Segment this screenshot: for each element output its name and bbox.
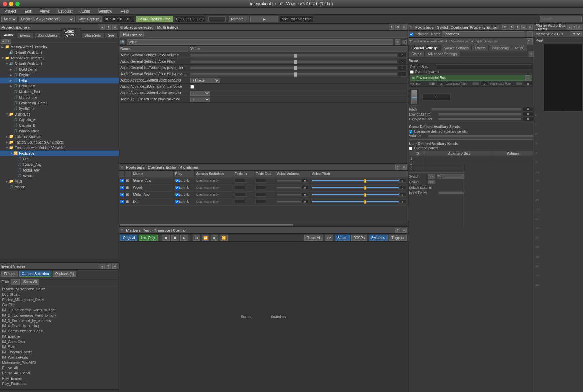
ev-apply-btn[interactable]: >> [11, 279, 20, 285]
ev-scrollbar[interactable] [0, 389, 119, 392]
row-dropdown[interactable]: -option1 [190, 97, 210, 102]
tree-item[interactable]: ▶ 🎵 Hello_Test [0, 83, 119, 89]
tab-see[interactable]: See [105, 33, 117, 38]
tc-arrow-btn[interactable]: >> [325, 234, 334, 241]
lp-slider[interactable] [472, 82, 479, 85]
event-item[interactable]: Play_Engine [1, 376, 118, 381]
tc-loop-btn[interactable]: 🔁 [202, 234, 209, 241]
platform-select[interactable]: Mac [1, 16, 17, 22]
ev-pin[interactable]: − [100, 264, 105, 269]
tab-add-btn[interactable]: + [528, 51, 534, 57]
ce-checkbox[interactable] [120, 186, 124, 189]
menu-views[interactable]: Views [38, 9, 51, 13]
ce-checkbox[interactable] [120, 179, 124, 182]
ce-help[interactable]: ? [395, 165, 400, 170]
menu-project[interactable]: Project [3, 9, 18, 13]
follow-capture-button[interactable]: Follow Capture Time [136, 16, 173, 22]
menu-audio[interactable]: Audio [79, 9, 91, 13]
hp-slider[interactable] [516, 82, 522, 85]
ce-checkbox[interactable] [120, 200, 124, 203]
tc-inc-only-btn[interactable]: Inc. Only [139, 234, 157, 241]
switch-btn[interactable]: >> [428, 174, 435, 179]
event-item[interactable]: IM_3_Surrounded_by_enemies [1, 318, 118, 323]
pe-m[interactable]: M [502, 25, 507, 30]
meter-pin[interactable]: − [567, 25, 572, 30]
ce-checkbox[interactable] [120, 193, 124, 196]
tree-item[interactable]: 🎵 Walkie-Talkie [0, 128, 119, 134]
lpf-slider[interactable] [438, 113, 521, 115]
tc-stop-btn[interactable]: ⏹ [162, 234, 170, 241]
event-item[interactable]: GunFire [1, 302, 118, 308]
row-checkbox[interactable] [190, 85, 194, 89]
ce-play-check[interactable] [175, 193, 179, 196]
tree-item[interactable]: ▼ 📁 Dialogues [0, 111, 119, 117]
tree-item[interactable]: 🎵 Captain_A [0, 117, 119, 122]
event-item[interactable]: IM_1_One_enemy_wants_to_fight [1, 308, 118, 313]
tc-states-btn[interactable]: States [335, 234, 349, 241]
tc-pause-btn[interactable]: ⏸ [171, 234, 179, 241]
user-aux-checkbox[interactable] [409, 147, 412, 150]
row-dropdown[interactable]: kill voiceplay from startcontinue [190, 78, 220, 83]
tree-item[interactable]: 🎵 Dirt [0, 156, 119, 162]
tab-soundbanks[interactable]: SoundBanks [34, 33, 61, 38]
tree-item[interactable]: 🎵 Captain_B [0, 122, 119, 128]
event-item[interactable]: Pause_All [1, 365, 118, 371]
meter-bus-select[interactable]: ▼ [571, 31, 582, 36]
project-explorer-pin[interactable]: − [100, 25, 105, 30]
ce-check[interactable] [119, 177, 125, 184]
close-button[interactable] [3, 2, 7, 6]
event-item[interactable]: IM_Communication_Begin [1, 329, 118, 334]
tab-effects[interactable]: Effects [472, 45, 488, 51]
env-bus-btn[interactable]: ... [525, 75, 530, 80]
ce-play-check[interactable] [175, 179, 179, 182]
tc-skip-btn[interactable]: ⏭ [211, 234, 218, 241]
tc-help[interactable]: ? [395, 228, 400, 233]
tab-states[interactable]: States [408, 51, 424, 57]
tab-game-syncs[interactable]: Game Syncs [61, 28, 81, 38]
event-item[interactable]: IM_4_Death_is_coming [1, 323, 118, 329]
override-parent-check[interactable] [410, 70, 414, 74]
row-dropdown[interactable]: -option1 [190, 91, 210, 96]
ce-play-check[interactable] [175, 200, 179, 203]
tc-rewind-btn[interactable]: ⏮ [193, 234, 200, 241]
tree-item[interactable]: 🔊 Default Work Unit [0, 50, 119, 55]
pe-desc-expand[interactable]: ▼ [527, 38, 533, 44]
tc-random-btn[interactable]: 🔀 [220, 234, 228, 241]
ce-check[interactable] [119, 198, 125, 205]
pe-expand-btn[interactable] [527, 31, 533, 37]
ce-play-check[interactable] [175, 186, 179, 189]
ev-current-sel-btn[interactable]: Current Selection [19, 271, 51, 277]
inclusion-checkbox[interactable] [410, 33, 413, 36]
scroll-up-btn[interactable]: ▲ [1, 39, 6, 44]
tree-item[interactable]: 🎵 Wood [0, 173, 119, 178]
ce-check[interactable] [119, 184, 125, 191]
expand-btn[interactable]: ⊞ [402, 40, 407, 44]
tree-item[interactable]: ▶ 🎵 Engine [0, 72, 119, 78]
tree-item[interactable]: 🎵 Microphone [0, 94, 119, 100]
event-item[interactable]: IM_Start [1, 344, 118, 350]
tc-play-btn[interactable]: ▶ [180, 234, 188, 241]
event-item[interactable]: IM_GameOver [1, 339, 118, 344]
meter-help[interactable]: ? [572, 25, 577, 30]
event-item[interactable]: IM_Explore [1, 334, 118, 339]
tc-original-btn[interactable]: Original [120, 234, 137, 241]
event-item[interactable]: Pause_All_Global [1, 371, 118, 376]
tree-item[interactable]: ▶ 📁 External Sources [0, 134, 119, 139]
tc-close[interactable]: × [402, 228, 407, 233]
event-item[interactable]: DoorSliding [1, 292, 118, 297]
ev-max[interactable]: × [112, 264, 117, 269]
tab-sharesets[interactable]: ShareSets [82, 33, 104, 38]
view-select[interactable]: Flat view [120, 32, 144, 37]
ev-filtered-btn[interactable]: Filtered [1, 271, 18, 277]
h-scrollbar[interactable] [0, 260, 119, 262]
tab-advanced-settings[interactable]: Advanced Settings [424, 51, 460, 57]
event-item[interactable]: Disable_Microphone_Delay [1, 287, 118, 292]
pe-pin[interactable]: − [521, 25, 526, 30]
tree-item[interactable]: ▼ 🔀 Footsteps [0, 150, 119, 156]
me-help[interactable]: ? [389, 25, 394, 30]
meter-close[interactable]: × [577, 25, 582, 30]
tab-events[interactable]: Events [17, 33, 34, 38]
remote-button[interactable]: Remote... [229, 16, 249, 22]
tree-item[interactable]: ▼ 📁 Footsteps with Multiple Variables [0, 145, 119, 150]
ev-show-all-btn[interactable]: Show All [21, 279, 39, 285]
